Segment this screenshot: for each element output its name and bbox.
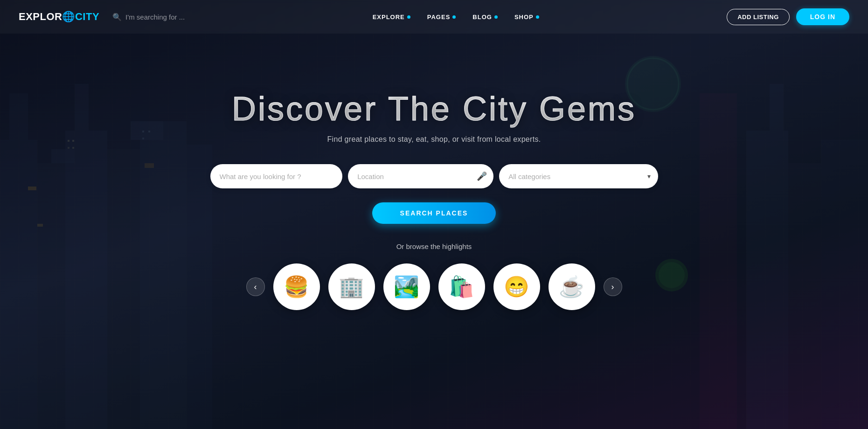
hero-section: EXPLOR🌐CITY 🔍 I'm searching for ... EXPL… (0, 0, 868, 429)
nav-blog-dot (494, 15, 498, 19)
browse-label: Or browse the highlights (396, 242, 472, 250)
what-input-wrap (210, 164, 343, 188)
login-button[interactable]: LOG IN (796, 8, 849, 25)
search-row: 🎤 All categories Restaurants Hotels Shop… (210, 164, 658, 188)
nav-shop-dot (536, 15, 539, 19)
logo-globe-o: 🌐 (62, 11, 75, 23)
navbar: EXPLOR🌐CITY 🔍 I'm searching for ... EXPL… (0, 0, 868, 34)
category-shopping[interactable]: 🛍️ (438, 263, 485, 310)
nav-explore[interactable]: EXPLORE (373, 14, 410, 21)
category-cafe[interactable]: ☕ (549, 263, 595, 310)
food-icon: 🍔 (284, 277, 309, 297)
landscape-icon: 🏞️ (394, 277, 419, 297)
nav-shop[interactable]: SHOP (514, 14, 539, 21)
nav-blog-label: BLOG (472, 14, 492, 21)
search-icon: 🔍 (112, 13, 122, 21)
hero-content: Discover The City Gems Find great places… (0, 34, 868, 310)
location-input[interactable] (348, 164, 493, 188)
category-hotel[interactable]: 🏢 (328, 263, 375, 310)
search-button[interactable]: SEARCH PLACES (372, 202, 496, 224)
cafe-icon: ☕ (559, 277, 584, 297)
nav-shop-label: SHOP (514, 14, 534, 21)
hotel-icon: 🏢 (339, 277, 364, 297)
browse-section: Or browse the highlights ‹ 🍔 🏢 🏞️ 🛍️ (246, 242, 622, 310)
nav-search-placeholder: I'm searching for ... (125, 13, 185, 21)
nav-pages-dot (452, 15, 456, 19)
category-select[interactable]: All categories Restaurants Hotels Shoppi… (499, 164, 658, 188)
navbar-left: EXPLOR🌐CITY 🔍 I'm searching for ... (19, 11, 185, 23)
chevron-left-icon: ‹ (254, 282, 257, 292)
hero-subtitle: Find great places to stay, eat, shop, or… (327, 135, 541, 144)
category-carousel: ‹ 🍔 🏢 🏞️ 🛍️ 😁 ☕ (246, 263, 622, 310)
logo-explore-text: EXPLOR (19, 11, 62, 23)
nav-blog[interactable]: BLOG (472, 14, 498, 21)
carousel-prev-button[interactable]: ‹ (246, 277, 265, 296)
category-entertainment[interactable]: 😁 (493, 263, 540, 310)
category-food[interactable]: 🍔 (273, 263, 320, 310)
nav-explore-dot (407, 15, 410, 19)
category-select-wrap: All categories Restaurants Hotels Shoppi… (499, 164, 658, 188)
location-input-wrap: 🎤 (348, 164, 493, 188)
nav-search-bar[interactable]: 🔍 I'm searching for ... (112, 13, 185, 21)
shopping-icon: 🛍️ (449, 277, 474, 297)
carousel-next-button[interactable]: › (604, 277, 622, 296)
category-landscape[interactable]: 🏞️ (383, 263, 430, 310)
what-input[interactable] (210, 164, 343, 188)
mic-icon[interactable]: 🎤 (477, 171, 487, 181)
nav-pages[interactable]: PAGES (427, 14, 456, 21)
hero-title: Discover The City Gems (232, 90, 636, 128)
nav-explore-label: EXPLORE (373, 14, 405, 21)
chevron-right-icon: › (611, 282, 614, 292)
navbar-center: EXPLORE PAGES BLOG SHOP (373, 14, 539, 21)
navbar-right: ADD LISTING LOG IN (727, 8, 849, 25)
logo-city-text: CITY (75, 11, 99, 23)
add-listing-button[interactable]: ADD LISTING (727, 9, 790, 25)
nav-pages-label: PAGES (427, 14, 451, 21)
logo[interactable]: EXPLOR🌐CITY (19, 11, 99, 23)
entertainment-icon: 😁 (504, 277, 529, 297)
